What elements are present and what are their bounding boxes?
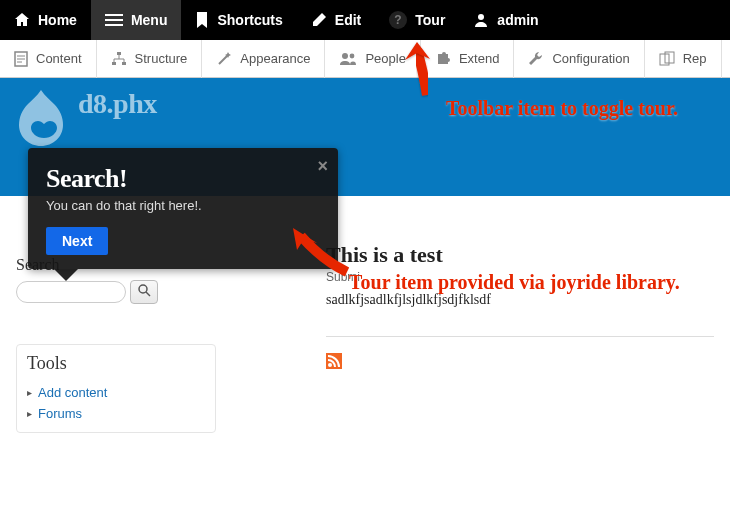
toolbar-item-edit[interactable]: Edit <box>297 0 375 40</box>
svg-rect-11 <box>112 62 116 65</box>
toolbar-label: Tour <box>415 12 445 28</box>
sub-label: Structure <box>135 51 188 66</box>
rss-icon[interactable] <box>326 357 342 372</box>
sub-label: Appearance <box>240 51 310 66</box>
svg-point-21 <box>139 285 147 293</box>
tools-item-add-content[interactable]: ▸Add content <box>17 382 215 403</box>
triangle-right-icon: ▸ <box>27 387 32 398</box>
tour-tooltip-body: You can do that right here!. <box>46 198 320 213</box>
toolbar-label: Shortcuts <box>217 12 282 28</box>
document-icon <box>14 51 28 67</box>
svg-point-17 <box>342 53 348 59</box>
triangle-right-icon: ▸ <box>27 408 32 419</box>
svg-point-18 <box>350 53 355 58</box>
sub-label: Extend <box>459 51 499 66</box>
toolbar-label: Home <box>38 12 77 28</box>
svg-line-22 <box>146 292 150 296</box>
search-icon <box>138 284 151 300</box>
user-icon <box>473 12 489 28</box>
svg-rect-0 <box>105 14 123 16</box>
annotation-top: Toolbar item to toggle tour. <box>446 96 706 120</box>
tour-next-button[interactable]: Next <box>46 227 108 255</box>
page-title: This is a test <box>326 242 714 268</box>
node-body: sadlkfjsadlkfjlsjdlkfjsdjfklsdf <box>326 292 714 308</box>
people-icon <box>339 52 357 66</box>
menu-icon <box>105 12 123 28</box>
tour-tooltip-title: Search! <box>46 164 320 194</box>
svg-rect-1 <box>105 19 123 21</box>
svg-point-5 <box>478 14 484 20</box>
toolbar-sub: Content Structure Appearance People Exte… <box>0 40 730 78</box>
question-circle-icon: ? <box>389 11 407 29</box>
tools-block: Tools ▸Add content ▸Forums <box>16 344 216 433</box>
toolbar-item-shortcuts[interactable]: Shortcuts <box>181 0 296 40</box>
annotation-arrow-icon <box>287 222 357 282</box>
svg-text:?: ? <box>395 13 402 27</box>
toolbar-item-menu[interactable]: Menu <box>91 0 182 40</box>
tooltip-arrow-icon <box>54 269 78 281</box>
sub-item-configuration[interactable]: Configuration <box>514 40 644 78</box>
bookmark-icon <box>195 12 209 28</box>
toolbar-item-home[interactable]: Home <box>0 0 91 40</box>
sub-label: Content <box>36 51 82 66</box>
toolbar-label: Menu <box>131 12 168 28</box>
pencil-icon <box>311 12 327 28</box>
annotation-bottom: Tour item provided via joyride library. <box>349 270 709 294</box>
tools-heading: Tools <box>17 345 215 382</box>
sub-item-appearance[interactable]: Appearance <box>202 40 325 78</box>
annotation-arrow-icon <box>395 40 450 100</box>
tools-item-forums[interactable]: ▸Forums <box>17 403 215 424</box>
reports-icon <box>659 51 675 67</box>
svg-rect-2 <box>105 24 123 26</box>
svg-rect-10 <box>117 52 121 55</box>
toolbar-item-tour[interactable]: ? Tour <box>375 0 459 40</box>
drupal-logo-icon <box>10 84 72 149</box>
sub-item-reports[interactable]: Rep <box>645 40 722 78</box>
svg-rect-12 <box>122 62 126 65</box>
sub-label: Configuration <box>552 51 629 66</box>
toolbar-top: Home Menu Shortcuts Edit ? Tour admin <box>0 0 730 40</box>
toolbar-item-user[interactable]: admin <box>459 0 552 40</box>
sub-item-structure[interactable]: Structure <box>97 40 203 78</box>
toolbar-label: Edit <box>335 12 361 28</box>
structure-icon <box>111 51 127 67</box>
divider <box>326 336 714 337</box>
search-submit-button[interactable] <box>130 280 158 304</box>
site-name: d8.phx <box>78 88 157 120</box>
sub-label: Rep <box>683 51 707 66</box>
toolbar-label: admin <box>497 12 538 28</box>
close-icon[interactable]: × <box>317 156 328 177</box>
wrench-icon <box>528 51 544 67</box>
home-icon <box>14 12 30 28</box>
search-input[interactable] <box>16 281 126 303</box>
sub-item-content[interactable]: Content <box>0 40 97 78</box>
wand-icon <box>216 51 232 67</box>
svg-point-24 <box>328 363 332 367</box>
